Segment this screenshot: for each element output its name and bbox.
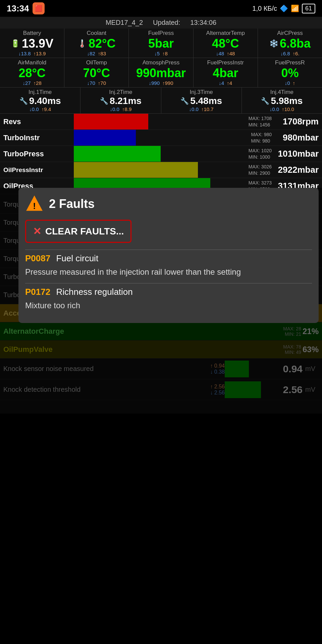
clear-x-icon: ✕ [33,225,41,237]
sensor-fuelpress-instr: FuelPressInstr 4bar ↓4 ↑4 [194,58,258,87]
fault-title-2: Richness regulation [56,287,132,297]
sensor-inj3: Inj.3Time 🔧 5.48ms ↓0.0 ↑10.7 [161,88,242,113]
sensor-grid: Battery 🔋 13.9V ↓13.8 ↑13.9 Coolant 🌡️ 8… [0,29,322,114]
sensor-inj4: Inj.4Time 🔧 5.98ms ↓0.0 ↑10.0 [242,88,322,113]
modal-header: ! 2 Faults [25,195,312,213]
sensor-fuelpress: FuelPress 5bar ↓5 ↑8 [129,29,193,58]
clear-faults-button[interactable]: ✕ CLEAR FAULTS... [25,220,131,243]
modal-overlay: ! 2 Faults ✕ CLEAR FAULTS... P0087 Fuel … [0,188,322,644]
signal-icon: 📶 [291,4,299,12]
fault-item-1: P0087 Fuel circuit Pressure measured in … [25,253,312,278]
ecu-model: MED17_4_2 [106,19,143,26]
warning-icon: ! [25,195,44,213]
fault-description-1: Pressure measured in the injection rail … [25,266,312,278]
sensor-inj2: Inj.2Time 🔧 8.21ms ↓0.0 ↑8.9 [80,88,161,113]
app-icon: 🟥 [33,2,45,14]
sensor-aircpress: AirCPress ❄️ 6.8ba ↓6.8 ↑6. [258,29,322,58]
gauge-label-oilpressinstr: OilPressInstr [0,166,74,174]
network-speed: 1,0 КБ/с [252,5,277,12]
clear-faults-label: CLEAR FAULTS... [45,226,124,237]
fault-divider-2 [25,283,312,283]
gauge-label-turbopress: TurboPress [0,150,74,158]
fault-divider-1 [25,250,312,250]
fault-code-1: P0087 [25,253,50,263]
sensor-atmoshpress: AtmosphPress 990mbar ↓990 ↑990 [129,58,193,87]
modal-box: ! 2 Faults ✕ CLEAR FAULTS... P0087 Fuel … [18,188,319,323]
gauge-label-turboinstr: TurboInstr [0,133,74,142]
modal-title: 2 Faults [49,197,95,211]
sensor-alternator-temp: AlternatorTemp 48°C ↓48 ↑48 [194,29,258,58]
gauge-section: Revs MAX: 1708MIN: 1456 1708rpm TurboIns… [0,114,322,194]
gauge-row-oilpressinstr: OilPressInstr MAX: 3026MIN: 2900 2922mba… [0,162,322,178]
ecu-updated-label: Updated: [153,19,180,26]
status-time: 13:34 [7,3,29,14]
gauge-row-turbopress: TurboPress MAX: 1020MIN: 1000 1010mbar [0,146,322,162]
gauge-label-revs: Revs [0,117,74,126]
status-icons: 1,0 КБ/с 🔷 📶 61 [252,4,315,13]
fault-description-2: Mixture too rich [25,300,312,311]
sensor-airmanifold: AirManifold 28°C ↓27 ↑28 [0,58,64,87]
sensor-inj1: Inj.1Time 🔧 9.40ms ↓0.0 ↑9.4 [0,88,80,113]
gauge-row-revs: Revs MAX: 1708MIN: 1456 1708rpm [0,114,322,130]
gauge-row-turboinstr: TurboInstr MAX: 980MIN: 980 980mbar [0,130,322,146]
sensor-fuelpressR: FuelPressR 0% ↓0 ↑ [258,58,322,87]
fault-title-1: Fuel circuit [56,253,98,263]
sensor-row-1: Battery 🔋 13.9V ↓13.8 ↑13.9 Coolant 🌡️ 8… [0,29,322,58]
bluetooth-icon: 🔷 [280,4,288,12]
ecu-header: MED17_4_2 Updated: 13:34:06 [0,17,322,29]
sensor-oiltemp: OilTemp 70°C ↓70 ↑70 [64,58,129,87]
battery-indicator: 61 [302,4,315,13]
sensor-row-3: Inj.1Time 🔧 9.40ms ↓0.0 ↑9.4 Inj.2Time 🔧… [0,88,322,114]
fault-item-2: P0172 Richness regulation Mixture too ri… [25,287,312,311]
svg-text:!: ! [33,201,36,211]
fault-code-2: P0172 [25,287,50,297]
sensor-row-2: AirManifold 28°C ↓27 ↑28 OilTemp 70°C ↓7… [0,58,322,88]
sensor-battery: Battery 🔋 13.9V ↓13.8 ↑13.9 [0,29,64,58]
ecu-timestamp: 13:34:06 [190,19,216,26]
status-bar: 13:34 🟥 1,0 КБ/с 🔷 📶 61 [0,0,322,17]
sensor-coolant: Coolant 🌡️ 82°C ↓82 ↑83 [64,29,129,58]
